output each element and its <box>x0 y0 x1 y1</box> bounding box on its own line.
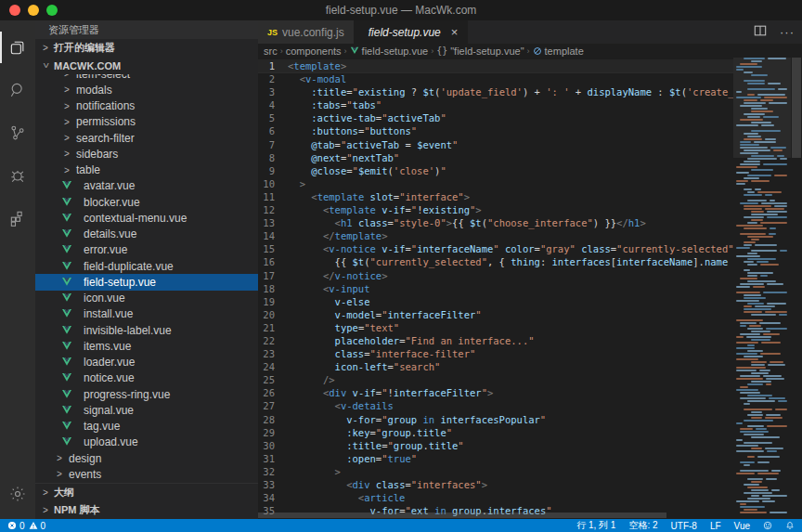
breadcrumb-module[interactable]: {} "field-setup.vue" <box>436 45 524 57</box>
open-editors-section[interactable]: > 打开的编辑器 <box>35 39 258 57</box>
problems-warnings[interactable]: 0 <box>29 521 46 531</box>
tree-item-field-duplicate.vue[interactable]: field-duplicate.vue <box>35 258 258 274</box>
code-line-1[interactable]: 1<template> <box>258 59 733 72</box>
tree-item-item-select[interactable]: >item-select <box>35 74 258 82</box>
tree-item-tag.vue[interactable]: tag.vue <box>35 419 258 435</box>
tree-item-progress-ring.vue[interactable]: progress-ring.vue <box>35 386 258 402</box>
language-mode[interactable]: Vue <box>734 521 750 531</box>
code-line-14[interactable]: 14 </template> <box>258 229 733 242</box>
tree-item-label: error.vue <box>84 243 127 256</box>
indentation[interactable]: 空格: 2 <box>628 519 657 532</box>
vue-icon <box>61 405 78 416</box>
line-number: 32 <box>258 465 288 478</box>
tree-item-upload.vue[interactable]: upload.vue <box>35 435 258 450</box>
code-line-10[interactable]: 10 > <box>258 177 733 190</box>
tab-vue-config-js[interactable]: JS vue.config.js <box>258 20 355 44</box>
more-actions-icon[interactable]: ··· <box>780 25 795 39</box>
breadcrumb-components[interactable]: components <box>286 45 342 57</box>
code-line-26[interactable]: 26 <div v-if="!interfaceFilter"> <box>258 386 733 399</box>
code-line-22[interactable]: 22 placeholder="Find an interface..." <box>258 334 733 347</box>
code-line-7[interactable]: 7 @tab="activeTab = $event" <box>258 138 733 151</box>
workspace-root-section[interactable]: > MACWK.COM <box>35 57 258 74</box>
minimap[interactable] <box>733 58 791 519</box>
code-line-30[interactable]: 30 :title="group.title" <box>258 439 733 452</box>
source-control-icon[interactable] <box>0 111 35 154</box>
code-line-24[interactable]: 24 icon-left="search" <box>258 360 733 373</box>
split-editor-icon[interactable] <box>754 24 767 41</box>
horizontal-scrollbar[interactable] <box>258 513 733 518</box>
code-line-13[interactable]: 13 <h1 class="style-0">{{ $t("choose_int… <box>258 216 733 229</box>
tree-item-details.vue[interactable]: details.vue <box>35 227 258 242</box>
tree-item-notifications[interactable]: >notifications <box>35 98 258 114</box>
code-line-25[interactable]: 25 /> <box>258 373 733 386</box>
debug-icon[interactable] <box>0 154 35 197</box>
feedback-smiley-icon[interactable] <box>763 521 772 530</box>
encoding[interactable]: UTF-8 <box>671 521 697 531</box>
settings-gear-icon[interactable] <box>0 473 35 515</box>
code-line-27[interactable]: 27 <v-details <box>258 399 733 412</box>
code-line-20[interactable]: 20 v-model="interfaceFilter" <box>258 308 733 321</box>
code-line-18[interactable]: 18 <v-input <box>258 282 733 295</box>
tree-item-contextual-menu.vue[interactable]: contextual-menu.vue <box>35 210 258 226</box>
tree-item-table[interactable]: >table <box>35 162 258 178</box>
tree-item-invisible-label.vue[interactable]: invisible-label.vue <box>35 322 258 338</box>
breadcrumb-template-symbol[interactable]: template <box>533 45 584 57</box>
code-line-32[interactable]: 32 > <box>258 465 733 478</box>
tree-item-signal.vue[interactable]: signal.vue <box>35 402 258 418</box>
cursor-position[interactable]: 行 1, 列 1 <box>576 519 615 532</box>
code-line-33[interactable]: 33 <div class="interfaces"> <box>258 478 733 491</box>
eol-sequence[interactable]: LF <box>710 521 721 531</box>
tree-item-loader.vue[interactable]: loader.vue <box>35 355 258 370</box>
code-line-17[interactable]: 17 </v-notice> <box>258 269 733 282</box>
code-line-2[interactable]: 2 <v-modal <box>258 72 733 85</box>
code-line-11[interactable]: 11 <template slot="interface"> <box>258 190 733 203</box>
npm-scripts-section[interactable]: > NPM 脚本 <box>35 501 258 519</box>
code-line-19[interactable]: 19 v-else <box>258 295 733 308</box>
tree-item-search-filter[interactable]: >search-filter <box>35 130 258 146</box>
code-line-9[interactable]: 9 @close="$emit('close')" <box>258 164 733 177</box>
breadcrumb-file[interactable]: field-setup.vue <box>350 45 429 57</box>
tree-item-design[interactable]: >design <box>35 450 258 466</box>
code-line-3[interactable]: 3 :title="existing ? $t('update_field') … <box>258 85 733 98</box>
tree-item-label: table <box>76 163 100 176</box>
breadcrumb-src[interactable]: src <box>264 45 278 57</box>
code-line-16[interactable]: 16 {{ $t("currently_selected", { thing: … <box>258 255 733 268</box>
tree-item-items.vue[interactable]: items.vue <box>35 338 258 354</box>
code-line-8[interactable]: 8 @next="nextTab" <box>258 151 733 164</box>
code-line-31[interactable]: 31 :open="true" <box>258 452 733 465</box>
code-line-29[interactable]: 29 :key="group.title" <box>258 426 733 439</box>
notifications-bell-icon[interactable] <box>785 521 795 530</box>
extensions-icon[interactable] <box>0 197 35 240</box>
search-icon[interactable] <box>0 69 35 111</box>
code-line-5[interactable]: 5 :active-tab="activeTab" <box>258 111 733 124</box>
tree-item-sidebars[interactable]: >sidebars <box>35 146 258 162</box>
code-line-4[interactable]: 4 :tabs="tabs" <box>258 98 733 111</box>
code-line-23[interactable]: 23 class="interface-filter" <box>258 347 733 360</box>
tree-item-events[interactable]: >events <box>35 466 258 482</box>
code-line-12[interactable]: 12 <template v-if="!existing"> <box>258 203 733 216</box>
tab-field-setup-vue[interactable]: field-setup.vue × <box>355 20 469 44</box>
explorer-icon[interactable] <box>0 26 35 69</box>
tree-item-icon.vue[interactable]: icon.vue <box>35 291 258 306</box>
tree-item-notice.vue[interactable]: notice.vue <box>35 370 258 386</box>
tree-item-permissions[interactable]: >permissions <box>35 114 258 130</box>
code-line-21[interactable]: 21 type="text" <box>258 321 733 334</box>
close-tab-icon[interactable]: × <box>451 25 459 39</box>
tree-item-error.vue[interactable]: error.vue <box>35 242 258 258</box>
tree-item-install.vue[interactable]: install.vue <box>35 306 258 322</box>
code-line-15[interactable]: 15 <v-notice v-if="interfaceName" color=… <box>258 242 733 255</box>
code-editor[interactable]: 1<template>2 <v-modal3 :title="existing … <box>258 58 802 519</box>
tree-item-blocker.vue[interactable]: blocker.vue <box>35 194 258 210</box>
tree-item-modals[interactable]: >modals <box>35 82 258 97</box>
code-line-34[interactable]: 34 <article <box>258 491 733 504</box>
maximize-window-button[interactable] <box>46 5 58 16</box>
tree-item-field-setup.vue[interactable]: field-setup.vue <box>35 274 258 290</box>
tree-item-avatar.vue[interactable]: avatar.vue <box>35 178 258 194</box>
code-line-28[interactable]: 28 v-for="group in interfacesPopular" <box>258 413 733 426</box>
minimize-window-button[interactable] <box>28 5 39 16</box>
outline-section[interactable]: > 大纲 <box>35 484 258 501</box>
problems-errors[interactable]: 0 <box>7 521 25 531</box>
close-window-button[interactable] <box>9 5 20 16</box>
code-line-6[interactable]: 6 :buttons="buttons" <box>258 124 733 137</box>
vertical-scrollbar[interactable] <box>791 58 802 519</box>
